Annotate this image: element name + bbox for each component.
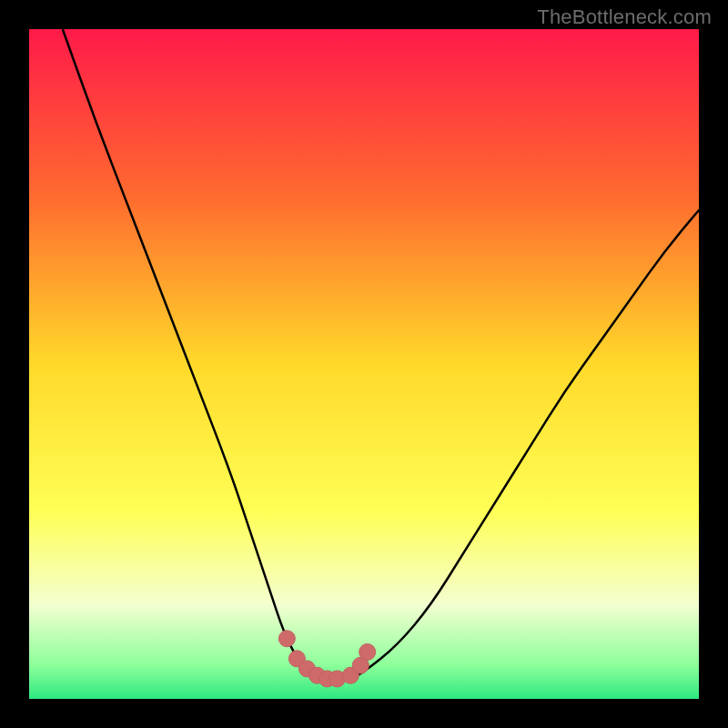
gradient-background <box>29 29 699 699</box>
marker-point <box>278 631 295 647</box>
bottleneck-chart <box>29 29 699 699</box>
chart-frame: TheBottleneck.com <box>0 0 728 728</box>
marker-point <box>359 643 376 660</box>
plot-area <box>29 29 699 699</box>
watermark-text: TheBottleneck.com <box>537 5 712 29</box>
